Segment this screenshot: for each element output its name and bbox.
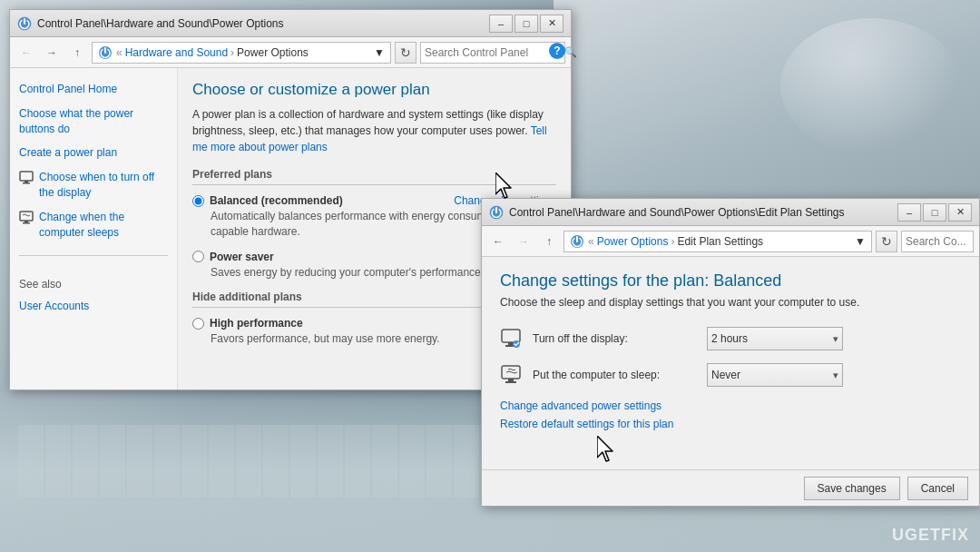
sidebar-item-cp-home[interactable]: Control Panel Home (10, 77, 177, 102)
sleep-setting-label: Put the computer to sleep: (533, 369, 696, 381)
page-heading-power: Choose or customize a power plan (192, 81, 556, 99)
forward-button[interactable]: → (41, 42, 63, 64)
display-select[interactable]: 2 hours Never 1 minute 5 minutes 10 minu… (707, 327, 843, 350)
titlebar-buttons-power: – □ ✕ (489, 15, 564, 33)
svg-rect-7 (23, 222, 30, 224)
save-changes-button[interactable]: Save changes (804, 477, 900, 500)
breadcrumb-hardware[interactable]: Hardware and Sound (125, 46, 228, 59)
power-saver-radio[interactable] (192, 251, 204, 262)
power-saver-label[interactable]: Power saver (192, 251, 274, 263)
edit-forward-button[interactable]: → (513, 231, 534, 252)
titlebar-buttons-edit: – □ ✕ (897, 203, 972, 222)
edit-breadcrumb-power[interactable]: Power Options (597, 235, 669, 248)
close-button[interactable]: ✕ (540, 15, 564, 33)
address-bar-edit: ← → ↑ « Power Options › Edit Plan Settin… (482, 226, 979, 257)
search-input-edit[interactable] (906, 235, 980, 248)
high-performance-label[interactable]: High performance (192, 317, 303, 330)
sleep-setting-row: Put the computer to sleep: Never 1 minut… (500, 363, 961, 387)
svg-rect-6 (24, 221, 28, 222)
edit-cp-icon (570, 234, 584, 249)
titlebar-power: Control Panel\Hardware and Sound\Power O… (10, 10, 571, 37)
edit-up-button[interactable]: ↑ (538, 231, 560, 252)
edit-close-button[interactable]: ✕ (948, 203, 972, 222)
sleep-icon (19, 211, 34, 225)
help-button[interactable]: ? (549, 43, 565, 59)
high-performance-name: High performance (210, 317, 303, 330)
svg-rect-3 (24, 181, 28, 182)
cancel-button-edit[interactable]: Cancel (907, 477, 968, 500)
display-setting-icon (500, 328, 522, 350)
edit-links: Change advanced power settings Restore d… (500, 399, 961, 430)
edit-maximize-button[interactable]: □ (923, 203, 946, 222)
maximize-button[interactable]: □ (514, 15, 538, 33)
edit-heading: Change settings for the plan: Balanced (500, 271, 961, 291)
preferred-plans-header: Preferred plans (192, 168, 556, 185)
page-description: A power plan is a collection of hardware… (192, 106, 556, 155)
edit-minimize-button[interactable]: – (897, 203, 921, 222)
titlebar-title-power: Control Panel\Hardware and Sound\Power O… (37, 17, 484, 30)
sleep-setting-icon (500, 364, 522, 386)
svg-rect-11 (502, 330, 520, 342)
address-bar-power: ← → ↑ « Hardware and Sound › Power Optio… (10, 37, 571, 68)
sidebar-item-user-accounts[interactable]: User Accounts (10, 294, 177, 319)
breadcrumb-bar[interactable]: « Hardware and Sound › Power Options ▼ (92, 42, 391, 64)
svg-rect-2 (20, 172, 33, 181)
sidebar-label-computer-sleeps: Change when the computer sleeps (39, 210, 168, 241)
search-input-power[interactable] (425, 46, 561, 59)
sleep-select-wrapper: Never 1 minute 5 minutes 10 minutes 15 m… (707, 363, 843, 387)
monitor-highlight (780, 18, 962, 154)
cp-icon (98, 45, 113, 60)
edit-refresh-button[interactable]: ↻ (876, 231, 897, 252)
svg-rect-5 (20, 212, 33, 221)
edit-description: Choose the sleep and display settings th… (500, 296, 961, 309)
watermark: UGETFIX (892, 526, 969, 545)
svg-point-14 (513, 340, 520, 348)
sidebar-item-create-plan[interactable]: Create a power plan (10, 141, 177, 165)
see-also-label: See also (10, 267, 177, 294)
search-box-edit[interactable]: 🔍 (901, 231, 974, 252)
high-performance-radio[interactable] (192, 318, 204, 330)
svg-rect-4 (23, 182, 30, 184)
titlebar-title-edit: Control Panel\Hardware and Sound\Power O… (509, 206, 892, 219)
display-select-wrapper: 2 hours Never 1 minute 5 minutes 10 minu… (707, 327, 843, 350)
back-button[interactable]: ← (15, 42, 37, 64)
refresh-button[interactable]: ↻ (395, 42, 416, 64)
sidebar-item-power-buttons[interactable]: Choose what the power buttons do (10, 102, 177, 142)
sidebar-divider (19, 255, 168, 256)
search-icon: 🔍 (564, 46, 577, 58)
edit-footer: Save changes Cancel (482, 469, 979, 506)
up-button[interactable]: ↑ (66, 42, 88, 64)
edit-breadcrumb-bar[interactable]: « Power Options › Edit Plan Settings ▼ (564, 231, 872, 252)
power-saver-name: Power saver (210, 251, 274, 263)
svg-rect-17 (505, 381, 516, 383)
edit-back-button[interactable]: ← (487, 231, 509, 252)
edit-main-content: Change settings for the plan: Balanced C… (482, 257, 979, 450)
sidebar: Control Panel Home Choose what the power… (10, 68, 178, 389)
titlebar-edit: Control Panel\Hardware and Sound\Power O… (482, 199, 979, 226)
edit-breadcrumb-current: Edit Plan Settings (677, 235, 763, 248)
sleep-select[interactable]: Never 1 minute 5 minutes 10 minutes 15 m… (707, 363, 843, 387)
minimize-button[interactable]: – (489, 15, 513, 33)
sidebar-item-computer-sleeps[interactable]: Change when the computer sleeps (10, 205, 177, 245)
power-window-icon (17, 16, 32, 31)
search-box-power[interactable]: 🔍 (420, 42, 565, 64)
display-setting-label: Turn off the display: (533, 332, 696, 345)
monitor-icon (19, 171, 34, 185)
advanced-settings-link[interactable]: Change advanced power settings (500, 399, 961, 412)
balanced-radio[interactable] (192, 195, 204, 207)
breadcrumb-current: Power Options (237, 46, 309, 59)
edit-plan-window: Control Panel\Hardware and Sound\Power O… (481, 198, 980, 507)
restore-defaults-link[interactable]: Restore default settings for this plan (500, 418, 961, 430)
balanced-label[interactable]: Balanced (recommended) (192, 194, 343, 207)
svg-rect-16 (508, 379, 514, 381)
sidebar-label-turn-off-display: Choose when to turn off the display (39, 170, 168, 201)
edit-window-icon (489, 205, 504, 220)
sidebar-item-turn-off-display[interactable]: Choose when to turn off the display (10, 165, 177, 205)
balanced-name: Balanced (recommended) (210, 194, 343, 207)
display-setting-row: Turn off the display: 2 hours Never 1 mi… (500, 327, 961, 350)
